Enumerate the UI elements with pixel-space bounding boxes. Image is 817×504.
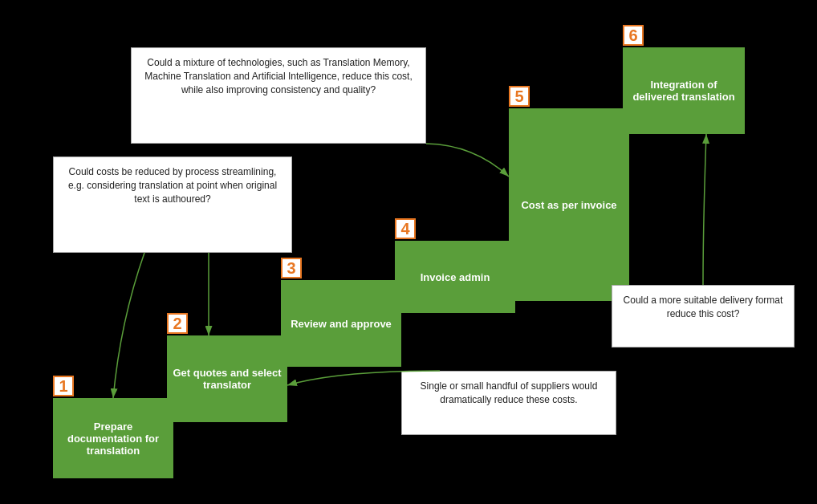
- step-number-5: 5: [509, 86, 530, 107]
- step-number-2: 2: [167, 313, 188, 334]
- callout-suppliers-text: Single or small handful of suppliers wou…: [421, 380, 598, 405]
- callout-process-text: Could costs be reduced by process stream…: [68, 166, 277, 205]
- step-2: Get quotes and select translator: [167, 335, 287, 422]
- step-5: Cost as per invoice: [509, 108, 629, 301]
- callout-delivery: Could a more suitable delivery format re…: [612, 285, 795, 348]
- step-number-4: 4: [395, 218, 416, 239]
- step-4-label: Invoice admin: [421, 271, 490, 283]
- callout-delivery-text: Could a more suitable delivery format re…: [624, 295, 783, 319]
- step-number-1: 1: [53, 376, 74, 396]
- step-number-3: 3: [281, 258, 302, 278]
- callout-suppliers: Single or small handful of suppliers wou…: [401, 371, 616, 435]
- callout-technology-text: Could a mixture of technologies, such as…: [144, 57, 413, 96]
- step-6: Integration of delivered translation: [623, 47, 745, 134]
- step-3: Review and approve: [281, 280, 401, 367]
- callout-technology: Could a mixture of technologies, such as…: [131, 47, 426, 144]
- callout-process: Could costs be reduced by process stream…: [53, 156, 292, 253]
- step-2-label: Get quotes and select translator: [172, 367, 282, 391]
- step-6-label: Integration of delivered translation: [628, 79, 740, 103]
- step-5-label: Cost as per invoice: [521, 199, 616, 211]
- step-number-6: 6: [623, 25, 644, 46]
- step-4: Invoice admin: [395, 241, 515, 313]
- step-1: Prepare documentation for translation: [53, 398, 173, 478]
- step-1-label: Prepare documentation for translation: [58, 421, 169, 457]
- step-3-label: Review and approve: [291, 318, 392, 330]
